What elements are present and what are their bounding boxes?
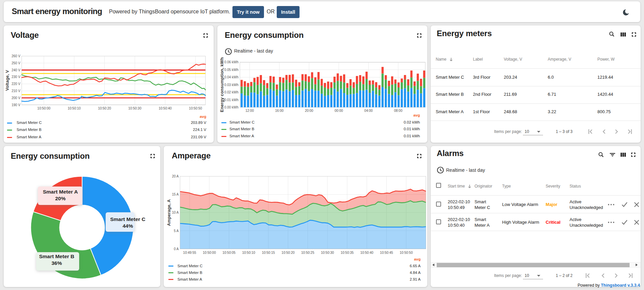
svg-text:10:50:40: 10:50:40 — [159, 106, 172, 110]
svg-text:0.03 kWh: 0.03 kWh — [224, 83, 238, 87]
svg-text:20:00: 20:00 — [305, 109, 313, 113]
svg-text:20 A: 20 A — [172, 174, 179, 178]
svg-text:210 V: 210 V — [11, 89, 20, 93]
svg-text:240 V: 240 V — [11, 68, 20, 72]
svg-text:10:50:00: 10:50:00 — [37, 106, 50, 110]
svg-text:12:00: 12:00 — [246, 109, 254, 113]
svg-text:10:49:55: 10:49:55 — [183, 251, 196, 255]
svg-text:0.04 kWh: 0.04 kWh — [224, 75, 238, 79]
svg-text:220 V: 220 V — [11, 82, 20, 86]
svg-text:Amperage, A: Amperage, A — [166, 199, 171, 226]
svg-text:0.06 kWh: 0.06 kWh — [224, 60, 238, 64]
svg-text:08:00: 08:00 — [394, 109, 402, 113]
svg-text:15 A: 15 A — [172, 193, 179, 196]
svg-text:Energy consumption, kWh: Energy consumption, kWh — [219, 57, 224, 112]
svg-text:5 A: 5 A — [174, 229, 179, 233]
svg-text:10:50:10: 10:50:10 — [242, 251, 255, 255]
svg-text:10:50:05: 10:50:05 — [222, 251, 235, 255]
svg-text:10:50:50: 10:50:50 — [400, 251, 413, 255]
svg-text:10:50:50: 10:50:50 — [189, 106, 202, 110]
svg-text:190 V: 190 V — [11, 103, 20, 107]
svg-text:0.01 kWh: 0.01 kWh — [224, 98, 238, 102]
svg-text:10:50:30: 10:50:30 — [321, 251, 334, 255]
svg-text:230 V: 230 V — [11, 75, 20, 79]
svg-text:00:00: 00:00 — [334, 109, 343, 113]
svg-text:250 V: 250 V — [11, 61, 20, 65]
svg-text:10:50:20: 10:50:20 — [98, 106, 111, 110]
svg-text:10:50:30: 10:50:30 — [128, 106, 142, 110]
svg-text:0.02 kWh: 0.02 kWh — [224, 90, 238, 94]
svg-text:0.05 kWh: 0.05 kWh — [224, 68, 238, 72]
svg-text:04:00: 04:00 — [364, 109, 373, 113]
svg-text:260 V: 260 V — [11, 54, 20, 58]
svg-text:200 V: 200 V — [11, 96, 20, 100]
svg-text:10:50:20: 10:50:20 — [281, 251, 294, 255]
svg-text:10:50:00: 10:50:00 — [203, 251, 216, 255]
svg-text:0 A: 0 A — [174, 247, 179, 251]
svg-text:10:50:25: 10:50:25 — [301, 251, 314, 255]
svg-text:10:50:35: 10:50:35 — [340, 251, 354, 255]
svg-text:10:50:45: 10:50:45 — [380, 251, 393, 255]
svg-text:16:00: 16:00 — [275, 109, 283, 113]
svg-text:Voltage, V: Voltage, V — [5, 70, 10, 91]
svg-text:0.00 kWh: 0.00 kWh — [224, 105, 238, 109]
svg-text:10:50:40: 10:50:40 — [360, 251, 373, 255]
svg-text:10:50:15: 10:50:15 — [262, 251, 275, 255]
svg-text:10 A: 10 A — [172, 211, 179, 214]
svg-text:10:50:10: 10:50:10 — [68, 106, 81, 110]
